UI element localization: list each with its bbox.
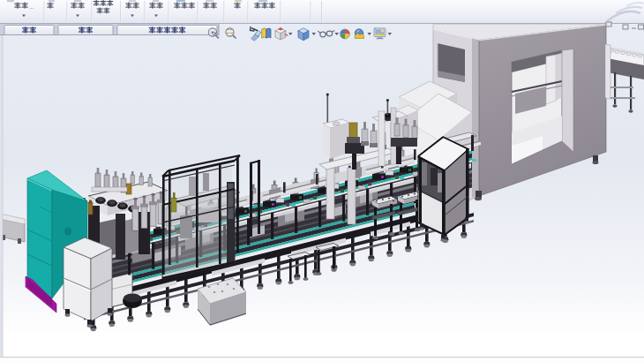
svg-text:...: ... (29, 4, 34, 10)
